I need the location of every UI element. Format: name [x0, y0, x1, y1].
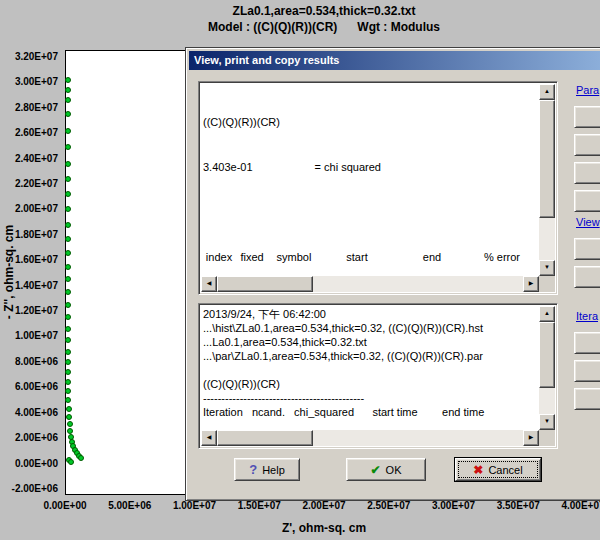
scroll-right-icon[interactable] — [523, 276, 539, 292]
x-tick-label: 1.00E+07 — [173, 500, 216, 511]
scroll-left-icon[interactable] — [201, 430, 217, 446]
log-line: ----------------------------------------… — [203, 391, 537, 405]
scroll-down-icon[interactable] — [539, 260, 555, 276]
log-line: ...La0.1,area=0.534,thick=0.32.txt — [203, 335, 537, 349]
y-tick-label: 2.60E+07 — [0, 127, 61, 139]
log-line: Iteration ncand. chi_squared start time … — [203, 405, 537, 419]
log-line: ...\hist\ZLa0.1,area=0.534,thick=0.32, (… — [203, 321, 537, 335]
help-button-label: Help — [262, 464, 285, 476]
side-button[interactable] — [574, 134, 600, 156]
scroll-left-icon[interactable] — [201, 276, 217, 292]
side-button[interactable] — [574, 238, 600, 260]
side-button[interactable] — [574, 332, 600, 354]
side-button[interactable] — [574, 266, 600, 288]
scrollbar-corner — [539, 430, 555, 446]
help-question-icon: ? — [249, 464, 257, 476]
vertical-scrollbar[interactable] — [539, 306, 555, 430]
chart-subtitle: Model : ((C)(Q)(R))(CR) Wgt : Modulus — [65, 20, 583, 34]
link-parameters[interactable]: Para — [576, 84, 599, 96]
param-row: 10C3.482E-173.685E-174.757E11 — [203, 274, 535, 275]
param-col-header: index — [203, 250, 235, 274]
blank-line — [203, 205, 537, 220]
x-tick-label: 2.00E+07 — [302, 500, 345, 511]
fit-results-text: ((C)(Q)(R))(CR) 3.403e-01= chi squared i… — [203, 85, 537, 275]
y-tick-label: -2.00E+06 — [0, 483, 61, 495]
y-axis-label: - Z'', ohm-sq. cm — [2, 225, 16, 319]
side-button[interactable] — [574, 162, 600, 184]
cancel-button[interactable]: ✖ Cancel — [455, 458, 541, 481]
scrollbar-thumb[interactable] — [217, 276, 313, 292]
y-tick-label: 2.00E+07 — [0, 203, 61, 215]
y-tick-label: 2.00E+06 — [0, 432, 61, 444]
side-button[interactable] — [574, 190, 600, 212]
y-tick-label: 1.00E+07 — [0, 330, 61, 342]
cancel-button-label: Cancel — [488, 464, 522, 476]
parameters-table: indexfixedsymbolstartend% error 10C3.482… — [203, 250, 535, 275]
vertical-scrollbar[interactable] — [539, 84, 555, 276]
x-tick-label: 3.00E+07 — [432, 500, 475, 511]
scrollbar-thumb[interactable] — [539, 100, 555, 218]
side-button[interactable] — [574, 388, 600, 410]
x-tick-label: 4.00E+07 — [561, 500, 600, 511]
side-button[interactable] — [574, 106, 600, 128]
app-window: ZLa0.1,area=0.534,thick=0.32.txt Model :… — [0, 0, 600, 540]
y-tick-label: 2.40E+07 — [0, 153, 61, 165]
param-col-header: end — [395, 250, 469, 274]
scroll-down-icon[interactable] — [539, 414, 555, 430]
log-line: ((C)(Q)(R))(CR) — [203, 377, 537, 391]
param-col-header: start — [319, 250, 395, 274]
scrollbar-corner — [539, 276, 555, 292]
ok-button-label: OK — [386, 464, 402, 476]
y-tick-label: 3.20E+07 — [0, 51, 61, 63]
ok-button[interactable]: ✔ OK — [346, 458, 426, 481]
link-iteration[interactable]: Itera — [576, 310, 598, 322]
horizontal-scrollbar[interactable] — [201, 276, 539, 292]
scrollbar-thumb[interactable] — [217, 430, 313, 446]
x-tick-label: 5.00E+06 — [108, 500, 151, 511]
chi-squared-line: 3.403e-01= chi squared — [203, 160, 537, 175]
log-line: ...\par\ZLa0.1,area=0.534,thick=0.32, ((… — [203, 349, 537, 363]
x-tick-label: 2.50E+07 — [367, 500, 410, 511]
scroll-up-icon[interactable] — [539, 84, 555, 100]
y-tick-label: 0.00E+00 — [0, 458, 61, 470]
scroll-up-icon[interactable] — [539, 306, 555, 322]
model-code: ((C)(Q)(R))(CR) — [203, 115, 537, 130]
y-tick-label: 3.00E+07 — [0, 76, 61, 88]
x-tick-label: 0.00E+00 — [43, 500, 86, 511]
link-view[interactable]: View — [576, 216, 600, 228]
scrollbar-thumb[interactable] — [539, 322, 555, 388]
horizontal-scrollbar[interactable] — [201, 430, 539, 446]
dialog-titlebar[interactable]: View, print and copy results — [189, 51, 600, 70]
help-button[interactable]: ? Help — [234, 458, 300, 481]
results-dialog: View, print and copy results ((C)(Q)(R))… — [185, 47, 600, 501]
side-button[interactable] — [574, 360, 600, 382]
y-tick-label: 2.20E+07 — [0, 178, 61, 190]
ok-check-icon: ✔ — [371, 464, 381, 476]
x-axis-ticks: 0.00E+005.00E+061.00E+071.50E+072.00E+07… — [0, 500, 600, 512]
cancel-x-icon: ✖ — [473, 464, 483, 476]
y-tick-label: 2.80E+07 — [0, 102, 61, 114]
x-axis-label: Z', ohm-sq. cm — [65, 521, 583, 535]
parameters-header-row: indexfixedsymbolstartend% error — [203, 250, 535, 274]
y-tick-label: 4.00E+06 — [0, 407, 61, 419]
log-line — [203, 363, 537, 377]
param-col-header: % error — [469, 250, 535, 274]
y-tick-label: 6.00E+06 — [0, 381, 61, 393]
param-col-header: symbol — [269, 250, 319, 274]
fit-results-textbox[interactable]: ((C)(Q)(R))(CR) 3.403e-01= chi squared i… — [198, 81, 558, 295]
log-text: 2013/9/24, 下午 06:42:00...\hist\ZLa0.1,ar… — [203, 307, 537, 429]
log-textbox[interactable]: 2013/9/24, 下午 06:42:00...\hist\ZLa0.1,ar… — [198, 303, 558, 449]
y-tick-label: 8.00E+06 — [0, 356, 61, 368]
x-tick-label: 3.50E+07 — [497, 500, 540, 511]
scroll-right-icon[interactable] — [523, 430, 539, 446]
param-col-header: fixed — [235, 250, 269, 274]
chart-title: ZLa0.1,area=0.534,thick=0.32.txt — [65, 4, 583, 18]
x-tick-label: 1.50E+07 — [238, 500, 281, 511]
log-line: 2013/9/24, 下午 06:42:00 — [203, 307, 537, 321]
